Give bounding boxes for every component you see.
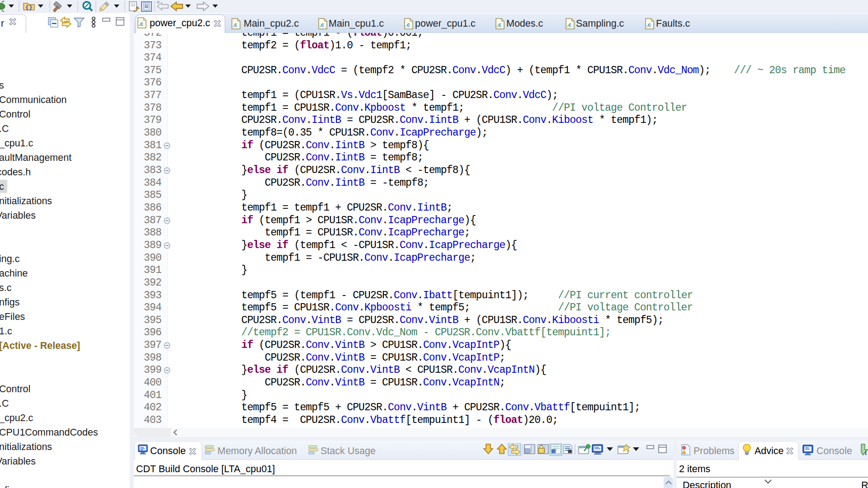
svg-text:.c: .c	[233, 22, 237, 28]
svg-text:.c: .c	[497, 22, 501, 28]
svg-text:.c: .c	[406, 22, 410, 28]
svg-text:.c: .c	[139, 21, 143, 27]
svg-text:.c: .c	[646, 22, 651, 28]
svg-text:{}: {}	[25, 4, 33, 11]
svg-text:.c: .c	[320, 22, 324, 28]
svg-text:i: i	[865, 450, 867, 456]
svg-text:.c: .c	[567, 22, 571, 28]
